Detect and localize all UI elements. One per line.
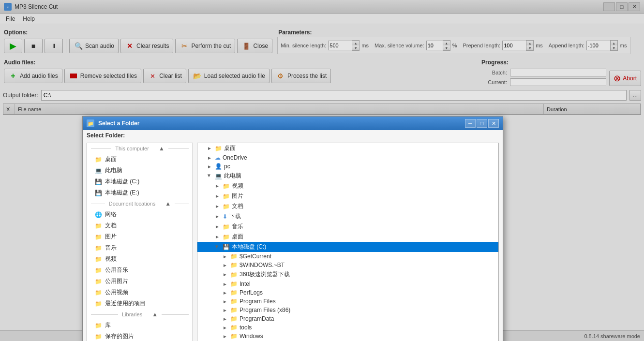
left-public-music[interactable]: 📁 公用音乐 [87,265,193,276]
right-downloads[interactable]: ► ⬇ 下载 [197,211,498,222]
left-public-music-icon: 📁 [95,267,102,274]
modal-maximize-button[interactable]: □ [477,119,487,128]
right-intel-icon: 📁 [230,281,238,287]
modal-minimize-button[interactable]: ─ [465,119,476,128]
left-desktop[interactable]: 📁 桌面 [87,154,193,165]
right-perflogs-arrow: ► [223,290,228,296]
right-drive-c-icon: 💾 [223,244,230,251]
left-recent-label: 最近使用的项目 [105,299,146,308]
right-pc[interactable]: ► 👤 pc [197,162,498,171]
left-libraries[interactable]: 📁 库 [87,320,193,331]
right-music-icon: 📁 [223,223,230,230]
left-public-pictures[interactable]: 📁 公用图片 [87,276,193,287]
right-intel-arrow: ► [223,282,228,287]
left-this-pc-label: 此电脑 [105,166,122,175]
left-drive-e[interactable]: 💾 本地磁盘 (E:) [87,187,193,198]
modal-body: This computer ▲ 📁 桌面 💻 此电脑 💾 本地磁盘 (C:) 💾 [83,139,503,341]
left-public-videos-label: 公用视频 [105,288,128,297]
left-music-label: 音乐 [105,244,117,252]
document-locations-label: Document locations [105,201,160,207]
left-this-pc[interactable]: 💻 此电脑 [87,165,193,176]
left-saved-pictures-label: 保存的图片 [105,332,134,341]
right-desktop2[interactable]: ► 📁 桌面 [197,232,498,242]
right-windows-arrow: ► [223,334,228,339]
modal-select-label: Select Folder: [83,130,503,139]
modal-right-panel: ► 📁 桌面 ► ☁ OneDrive ► 👤 pc [197,143,499,341]
right-windows-bt-arrow: ► [223,263,228,268]
folder-select-dialog: 📁 Select a Folder ─ □ ✕ Select Folder: T… [82,116,503,341]
right-downloads-label: 下载 [229,212,241,221]
right-program-files[interactable]: ► 📁 Program Files [197,297,498,306]
right-pc-icon: 👤 [215,163,222,170]
left-recent[interactable]: 📁 最近使用的项目 [87,298,193,309]
right-program-files-x86[interactable]: ► 📁 Program Files (x86) [197,306,498,314]
left-public-pictures-icon: 📁 [95,278,102,285]
right-perflogs[interactable]: ► 📁 PerfLogs [197,288,498,297]
left-pictures[interactable]: 📁 图片 [87,231,193,242]
left-pictures-icon: 📁 [95,234,102,240]
left-documents[interactable]: 📁 文档 [87,220,193,231]
left-videos[interactable]: 📁 视频 [87,253,193,265]
right-360browser[interactable]: ► 📁 360极速浏览器下载 [197,269,498,280]
right-windows[interactable]: ► 📁 Windows [197,332,498,341]
right-program-files-arrow: ► [223,299,228,304]
left-saved-pictures[interactable]: 📁 保存的图片 [87,331,193,341]
right-onedrive[interactable]: ► ☁ OneDrive [197,153,498,162]
right-pictures[interactable]: ► 📁 图片 [197,191,498,201]
modal-controls: ─ □ ✕ [465,119,499,128]
right-getcurrent-arrow: ► [223,254,228,259]
right-intel[interactable]: ► 📁 Intel [197,280,498,288]
modal-overlay: 📁 Select a Folder ─ □ ✕ Select Folder: T… [0,0,644,341]
modal-title-bar: 📁 Select a Folder ─ □ ✕ [83,117,503,130]
right-documents[interactable]: ► 📁 文档 [197,201,498,211]
left-drive-e-label: 本地磁盘 (E:) [105,189,139,197]
right-videos[interactable]: ► 📁 视频 [197,181,498,191]
right-documents-icon: 📁 [223,203,230,210]
right-this-pc-arrow: ► [207,173,213,178]
right-programdata-label: ProgramData [240,315,274,322]
right-program-files-x86-label: Program Files (x86) [240,307,290,313]
right-program-files-label: Program Files [240,298,276,305]
left-public-videos-icon: 📁 [95,289,102,296]
modal-title-left: 📁 Select a Folder [87,119,139,127]
right-programdata[interactable]: ► 📁 ProgramData [197,314,498,323]
right-pc-arrow: ► [207,164,213,169]
right-windows-label: Windows [240,333,263,340]
right-drive-c-label: 本地磁盘 (C:) [232,243,266,251]
right-desktop2-arrow: ► [215,234,221,239]
left-network[interactable]: 🌐 网络 [87,209,193,220]
left-public-videos[interactable]: 📁 公用视频 [87,287,193,298]
right-360browser-label: 360极速浏览器下载 [240,270,290,279]
right-desktop[interactable]: ► 📁 桌面 [197,143,498,153]
left-saved-pictures-icon: 📁 [95,333,102,340]
right-videos-label: 视频 [232,182,243,190]
right-onedrive-icon: ☁ [215,154,221,161]
modal-close-button[interactable]: ✕ [488,119,499,128]
left-music-icon: 📁 [95,245,102,252]
this-computer-label: This computer [111,146,153,151]
right-music-arrow: ► [215,224,221,229]
right-pictures-arrow: ► [215,193,221,199]
this-computer-header: This computer ▲ [87,143,193,154]
right-music[interactable]: ► 📁 音乐 [197,222,498,232]
left-drive-c[interactable]: 💾 本地磁盘 (C:) [87,176,193,187]
left-this-pc-icon: 💻 [95,167,102,174]
right-drive-c[interactable]: ► 💾 本地磁盘 (C:) [197,242,498,252]
right-windows-icon: 📁 [230,333,238,340]
left-drive-e-icon: 💾 [95,190,102,196]
right-this-pc-icon: 💻 [215,173,222,179]
right-downloads-arrow: ► [215,214,221,219]
right-program-files-x86-arrow: ► [223,308,228,313]
left-videos-icon: 📁 [95,256,102,263]
right-this-pc[interactable]: ► 💻 此电脑 [197,171,498,181]
modal-left-panel: This computer ▲ 📁 桌面 💻 此电脑 💾 本地磁盘 (C:) 💾 [87,143,193,341]
right-tools[interactable]: ► 📁 tools [197,323,498,332]
right-program-files-x86-icon: 📁 [230,307,238,313]
right-getcurrent-icon: 📁 [230,253,238,260]
right-music-label: 音乐 [232,222,243,231]
right-360browser-arrow: ► [223,272,228,277]
right-windows-bt[interactable]: ► 📁 $WINDOWS.~BT [197,261,498,269]
right-desktop-arrow: ► [207,146,213,151]
left-music[interactable]: 📁 音乐 [87,242,193,253]
right-getcurrent[interactable]: ► 📁 $GetCurrent [197,252,498,261]
